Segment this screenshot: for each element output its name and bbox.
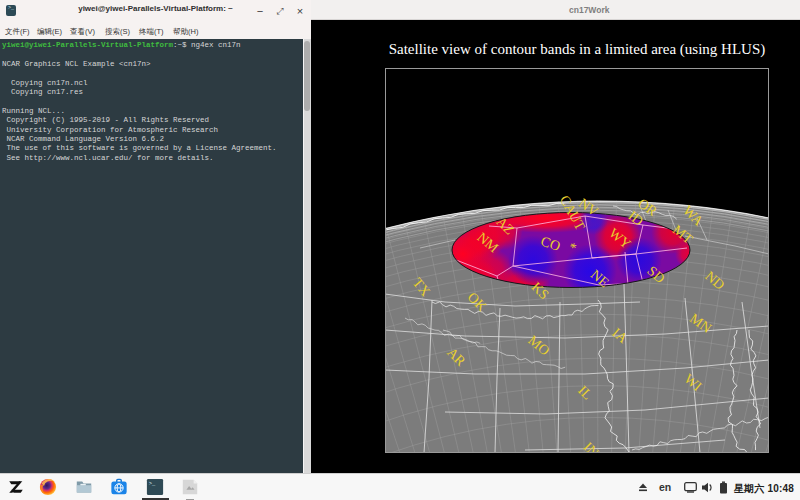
svg-text:>_: >_ bbox=[149, 481, 156, 487]
